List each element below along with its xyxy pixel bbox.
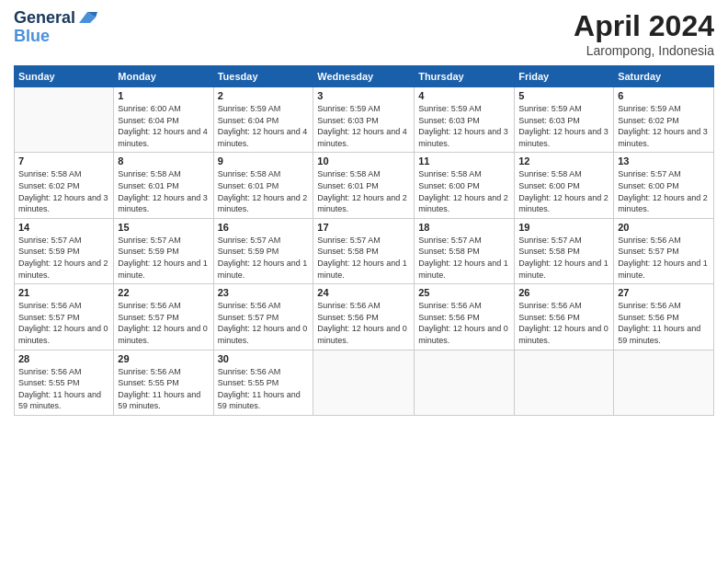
day-info: Sunrise: 5:58 AMSunset: 6:00 PMDaylight:… <box>418 168 510 214</box>
day-number: 30 <box>218 353 310 364</box>
day-number: 17 <box>317 222 410 233</box>
day-info: Sunrise: 5:59 AMSunset: 6:02 PMDaylight:… <box>618 103 710 149</box>
day-number: 13 <box>618 155 710 167</box>
day-number: 29 <box>118 353 209 364</box>
day-number: 12 <box>518 155 609 167</box>
day-info: Sunrise: 5:57 AMSunset: 5:59 PMDaylight:… <box>18 235 109 281</box>
calendar-cell <box>515 350 614 415</box>
day-number: 23 <box>218 287 310 298</box>
calendar-week-row: 21Sunrise: 5:56 AMSunset: 5:57 PMDayligh… <box>15 284 714 350</box>
calendar-cell: 6Sunrise: 5:59 AMSunset: 6:02 PMDaylight… <box>614 87 714 153</box>
day-number: 15 <box>118 222 209 233</box>
day-number: 1 <box>118 90 209 101</box>
logo-text: General <box>14 9 75 28</box>
calendar-cell <box>15 87 114 153</box>
calendar-cell: 25Sunrise: 5:56 AMSunset: 5:56 PMDayligh… <box>415 284 515 350</box>
day-info: Sunrise: 5:56 AMSunset: 5:57 PMDaylight:… <box>618 235 710 281</box>
calendar-week-row: 7Sunrise: 5:58 AMSunset: 6:02 PMDaylight… <box>15 153 714 218</box>
day-info: Sunrise: 5:57 AMSunset: 5:58 PMDaylight:… <box>518 235 609 281</box>
calendar-week-row: 28Sunrise: 5:56 AMSunset: 5:55 PMDayligh… <box>15 350 714 415</box>
calendar-cell: 17Sunrise: 5:57 AMSunset: 5:58 PMDayligh… <box>313 218 415 283</box>
calendar-cell: 13Sunrise: 5:57 AMSunset: 6:00 PMDayligh… <box>614 153 714 218</box>
calendar-cell: 20Sunrise: 5:56 AMSunset: 5:57 PMDayligh… <box>614 218 714 283</box>
day-info: Sunrise: 5:56 AMSunset: 5:57 PMDaylight:… <box>118 300 209 346</box>
day-info: Sunrise: 5:56 AMSunset: 5:56 PMDaylight:… <box>518 300 609 346</box>
calendar-cell: 11Sunrise: 5:58 AMSunset: 6:00 PMDayligh… <box>415 153 515 218</box>
day-number: 28 <box>18 353 109 364</box>
logo-icon <box>77 10 97 27</box>
calendar-cell: 24Sunrise: 5:56 AMSunset: 5:56 PMDayligh… <box>313 284 415 350</box>
day-number: 26 <box>518 287 609 298</box>
day-info: Sunrise: 5:56 AMSunset: 5:56 PMDaylight:… <box>317 300 410 346</box>
title-block: April 2024 Larompong, Indonesia <box>574 9 714 58</box>
day-number: 3 <box>317 90 410 101</box>
calendar-cell: 8Sunrise: 5:58 AMSunset: 6:01 PMDaylight… <box>114 153 213 218</box>
calendar-table: SundayMondayTuesdayWednesdayThursdayFrid… <box>14 65 714 416</box>
day-number: 24 <box>317 287 410 298</box>
calendar-cell: 28Sunrise: 5:56 AMSunset: 5:55 PMDayligh… <box>15 350 114 415</box>
calendar-cell: 19Sunrise: 5:57 AMSunset: 5:58 PMDayligh… <box>515 218 614 283</box>
day-number: 10 <box>317 155 410 167</box>
weekday-header: Sunday <box>15 66 114 87</box>
calendar-cell: 1Sunrise: 6:00 AMSunset: 6:04 PMDaylight… <box>114 87 213 153</box>
calendar-cell: 22Sunrise: 5:56 AMSunset: 5:57 PMDayligh… <box>114 284 213 350</box>
day-info: Sunrise: 5:57 AMSunset: 5:58 PMDaylight:… <box>317 235 410 281</box>
day-info: Sunrise: 5:59 AMSunset: 6:03 PMDaylight:… <box>418 103 510 149</box>
calendar-cell: 4Sunrise: 5:59 AMSunset: 6:03 PMDaylight… <box>415 87 515 153</box>
calendar-cell: 23Sunrise: 5:56 AMSunset: 5:57 PMDayligh… <box>213 284 313 350</box>
calendar-cell: 16Sunrise: 5:57 AMSunset: 5:59 PMDayligh… <box>213 218 313 283</box>
day-number: 6 <box>618 90 710 101</box>
day-info: Sunrise: 5:57 AMSunset: 5:59 PMDaylight:… <box>118 235 209 281</box>
logo: General Blue <box>14 9 97 46</box>
calendar-cell: 5Sunrise: 5:59 AMSunset: 6:03 PMDaylight… <box>515 87 614 153</box>
calendar-cell <box>614 350 714 415</box>
day-info: Sunrise: 5:59 AMSunset: 6:04 PMDaylight:… <box>218 103 310 149</box>
calendar-cell: 21Sunrise: 5:56 AMSunset: 5:57 PMDayligh… <box>15 284 114 350</box>
day-number: 5 <box>518 90 609 101</box>
calendar-cell: 10Sunrise: 5:58 AMSunset: 6:01 PMDayligh… <box>313 153 415 218</box>
calendar-cell: 9Sunrise: 5:58 AMSunset: 6:01 PMDaylight… <box>213 153 313 218</box>
day-info: Sunrise: 5:56 AMSunset: 5:56 PMDaylight:… <box>618 300 710 346</box>
day-info: Sunrise: 5:58 AMSunset: 6:01 PMDaylight:… <box>218 168 310 214</box>
calendar-cell: 7Sunrise: 5:58 AMSunset: 6:02 PMDaylight… <box>15 153 114 218</box>
day-number: 16 <box>218 222 310 233</box>
weekday-header: Friday <box>515 66 614 87</box>
weekday-header: Monday <box>114 66 213 87</box>
header: General Blue April 2024 Larompong, Indon… <box>14 9 714 58</box>
weekday-header: Thursday <box>415 66 515 87</box>
day-number: 22 <box>118 287 209 298</box>
calendar-cell: 3Sunrise: 5:59 AMSunset: 6:03 PMDaylight… <box>313 87 415 153</box>
calendar-cell: 29Sunrise: 5:56 AMSunset: 5:55 PMDayligh… <box>114 350 213 415</box>
day-info: Sunrise: 5:58 AMSunset: 6:01 PMDaylight:… <box>317 168 410 214</box>
calendar-cell: 27Sunrise: 5:56 AMSunset: 5:56 PMDayligh… <box>614 284 714 350</box>
day-number: 14 <box>18 222 109 233</box>
day-number: 11 <box>418 155 510 167</box>
calendar-cell: 2Sunrise: 5:59 AMSunset: 6:04 PMDaylight… <box>213 87 313 153</box>
day-info: Sunrise: 5:56 AMSunset: 5:57 PMDaylight:… <box>218 300 310 346</box>
day-info: Sunrise: 5:56 AMSunset: 5:55 PMDaylight:… <box>218 366 310 412</box>
day-info: Sunrise: 5:57 AMSunset: 5:58 PMDaylight:… <box>418 235 510 281</box>
logo-blue-text: Blue <box>14 28 97 46</box>
calendar-cell: 18Sunrise: 5:57 AMSunset: 5:58 PMDayligh… <box>415 218 515 283</box>
calendar-cell: 15Sunrise: 5:57 AMSunset: 5:59 PMDayligh… <box>114 218 213 283</box>
weekday-header: Tuesday <box>213 66 313 87</box>
weekday-header: Wednesday <box>313 66 415 87</box>
day-info: Sunrise: 5:59 AMSunset: 6:03 PMDaylight:… <box>317 103 410 149</box>
calendar-cell <box>415 350 515 415</box>
calendar-cell: 14Sunrise: 5:57 AMSunset: 5:59 PMDayligh… <box>15 218 114 283</box>
day-number: 21 <box>18 287 109 298</box>
calendar-cell: 12Sunrise: 5:58 AMSunset: 6:00 PMDayligh… <box>515 153 614 218</box>
calendar-cell <box>313 350 415 415</box>
day-number: 9 <box>218 155 310 167</box>
day-info: Sunrise: 5:59 AMSunset: 6:03 PMDaylight:… <box>518 103 609 149</box>
calendar-week-row: 14Sunrise: 5:57 AMSunset: 5:59 PMDayligh… <box>15 218 714 283</box>
day-number: 4 <box>418 90 510 101</box>
day-number: 27 <box>618 287 710 298</box>
day-number: 2 <box>218 90 310 101</box>
day-info: Sunrise: 5:56 AMSunset: 5:57 PMDaylight:… <box>18 300 109 346</box>
day-info: Sunrise: 5:57 AMSunset: 6:00 PMDaylight:… <box>618 168 710 214</box>
location: Larompong, Indonesia <box>574 43 714 58</box>
calendar-header-row: SundayMondayTuesdayWednesdayThursdayFrid… <box>15 66 714 87</box>
day-info: Sunrise: 5:58 AMSunset: 6:01 PMDaylight:… <box>118 168 209 214</box>
day-number: 20 <box>618 222 710 233</box>
